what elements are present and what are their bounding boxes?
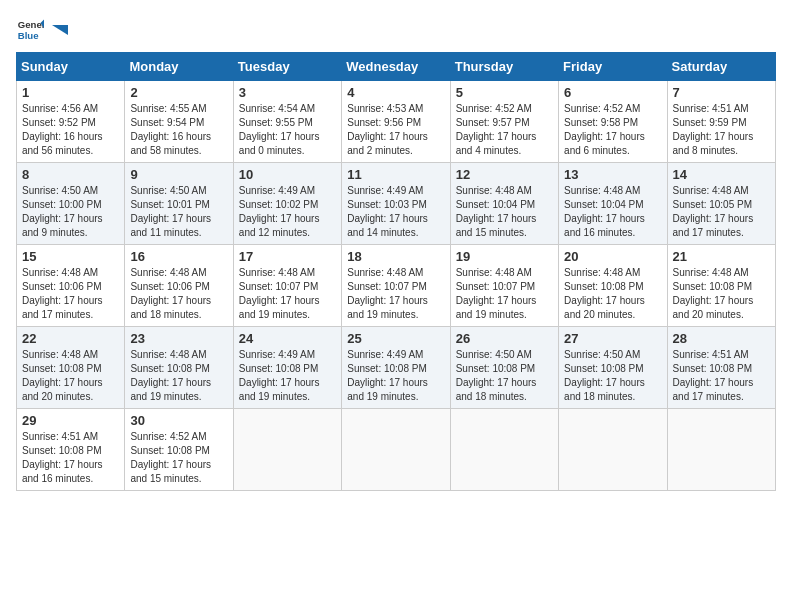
day-info: Sunrise: 4:48 AM Sunset: 10:08 PM Daylig… (673, 266, 770, 322)
calendar-cell: 2 Sunrise: 4:55 AM Sunset: 9:54 PM Dayli… (125, 81, 233, 163)
day-info: Sunrise: 4:51 AM Sunset: 10:08 PM Daylig… (22, 430, 119, 486)
header-row: SundayMondayTuesdayWednesdayThursdayFrid… (17, 53, 776, 81)
day-number: 28 (673, 331, 770, 346)
day-number: 1 (22, 85, 119, 100)
week-row-2: 8 Sunrise: 4:50 AM Sunset: 10:00 PM Dayl… (17, 163, 776, 245)
day-header-thursday: Thursday (450, 53, 558, 81)
calendar-cell (342, 409, 450, 491)
week-row-1: 1 Sunrise: 4:56 AM Sunset: 9:52 PM Dayli… (17, 81, 776, 163)
calendar-cell: 8 Sunrise: 4:50 AM Sunset: 10:00 PM Dayl… (17, 163, 125, 245)
day-info: Sunrise: 4:53 AM Sunset: 9:56 PM Dayligh… (347, 102, 444, 158)
day-info: Sunrise: 4:49 AM Sunset: 10:08 PM Daylig… (239, 348, 336, 404)
calendar-cell: 6 Sunrise: 4:52 AM Sunset: 9:58 PM Dayli… (559, 81, 667, 163)
day-number: 11 (347, 167, 444, 182)
day-info: Sunrise: 4:49 AM Sunset: 10:03 PM Daylig… (347, 184, 444, 240)
calendar-cell: 7 Sunrise: 4:51 AM Sunset: 9:59 PM Dayli… (667, 81, 775, 163)
day-number: 15 (22, 249, 119, 264)
day-info: Sunrise: 4:56 AM Sunset: 9:52 PM Dayligh… (22, 102, 119, 158)
day-number: 12 (456, 167, 553, 182)
logo-arrow-icon (50, 21, 68, 39)
calendar-cell: 28 Sunrise: 4:51 AM Sunset: 10:08 PM Day… (667, 327, 775, 409)
calendar-cell: 17 Sunrise: 4:48 AM Sunset: 10:07 PM Day… (233, 245, 341, 327)
day-header-friday: Friday (559, 53, 667, 81)
calendar-cell: 25 Sunrise: 4:49 AM Sunset: 10:08 PM Day… (342, 327, 450, 409)
day-number: 18 (347, 249, 444, 264)
day-info: Sunrise: 4:48 AM Sunset: 10:08 PM Daylig… (130, 348, 227, 404)
calendar-cell: 22 Sunrise: 4:48 AM Sunset: 10:08 PM Day… (17, 327, 125, 409)
calendar-cell: 27 Sunrise: 4:50 AM Sunset: 10:08 PM Day… (559, 327, 667, 409)
calendar-cell: 18 Sunrise: 4:48 AM Sunset: 10:07 PM Day… (342, 245, 450, 327)
logo: General Blue (16, 16, 68, 44)
calendar-cell: 24 Sunrise: 4:49 AM Sunset: 10:08 PM Day… (233, 327, 341, 409)
calendar-cell (559, 409, 667, 491)
day-info: Sunrise: 4:48 AM Sunset: 10:07 PM Daylig… (239, 266, 336, 322)
day-header-sunday: Sunday (17, 53, 125, 81)
day-info: Sunrise: 4:48 AM Sunset: 10:07 PM Daylig… (347, 266, 444, 322)
day-info: Sunrise: 4:50 AM Sunset: 10:00 PM Daylig… (22, 184, 119, 240)
day-number: 30 (130, 413, 227, 428)
day-info: Sunrise: 4:50 AM Sunset: 10:08 PM Daylig… (564, 348, 661, 404)
day-number: 23 (130, 331, 227, 346)
day-number: 27 (564, 331, 661, 346)
day-info: Sunrise: 4:52 AM Sunset: 9:57 PM Dayligh… (456, 102, 553, 158)
day-header-monday: Monday (125, 53, 233, 81)
day-header-saturday: Saturday (667, 53, 775, 81)
calendar-cell: 21 Sunrise: 4:48 AM Sunset: 10:08 PM Day… (667, 245, 775, 327)
day-info: Sunrise: 4:48 AM Sunset: 10:04 PM Daylig… (456, 184, 553, 240)
day-number: 29 (22, 413, 119, 428)
day-number: 14 (673, 167, 770, 182)
logo-icon: General Blue (16, 16, 44, 44)
day-info: Sunrise: 4:54 AM Sunset: 9:55 PM Dayligh… (239, 102, 336, 158)
day-number: 21 (673, 249, 770, 264)
calendar-cell: 13 Sunrise: 4:48 AM Sunset: 10:04 PM Day… (559, 163, 667, 245)
calendar-cell: 19 Sunrise: 4:48 AM Sunset: 10:07 PM Day… (450, 245, 558, 327)
day-header-tuesday: Tuesday (233, 53, 341, 81)
day-info: Sunrise: 4:49 AM Sunset: 10:02 PM Daylig… (239, 184, 336, 240)
day-info: Sunrise: 4:52 AM Sunset: 10:08 PM Daylig… (130, 430, 227, 486)
calendar-cell: 15 Sunrise: 4:48 AM Sunset: 10:06 PM Day… (17, 245, 125, 327)
calendar-cell (233, 409, 341, 491)
day-info: Sunrise: 4:48 AM Sunset: 10:08 PM Daylig… (22, 348, 119, 404)
calendar-cell: 11 Sunrise: 4:49 AM Sunset: 10:03 PM Day… (342, 163, 450, 245)
day-number: 17 (239, 249, 336, 264)
day-number: 9 (130, 167, 227, 182)
day-number: 3 (239, 85, 336, 100)
day-number: 16 (130, 249, 227, 264)
day-info: Sunrise: 4:50 AM Sunset: 10:08 PM Daylig… (456, 348, 553, 404)
calendar-cell: 1 Sunrise: 4:56 AM Sunset: 9:52 PM Dayli… (17, 81, 125, 163)
day-number: 8 (22, 167, 119, 182)
day-number: 7 (673, 85, 770, 100)
day-info: Sunrise: 4:48 AM Sunset: 10:07 PM Daylig… (456, 266, 553, 322)
calendar-cell: 9 Sunrise: 4:50 AM Sunset: 10:01 PM Dayl… (125, 163, 233, 245)
day-info: Sunrise: 4:48 AM Sunset: 10:05 PM Daylig… (673, 184, 770, 240)
calendar-cell: 14 Sunrise: 4:48 AM Sunset: 10:05 PM Day… (667, 163, 775, 245)
calendar-cell (667, 409, 775, 491)
day-info: Sunrise: 4:51 AM Sunset: 9:59 PM Dayligh… (673, 102, 770, 158)
day-number: 13 (564, 167, 661, 182)
day-number: 19 (456, 249, 553, 264)
svg-text:Blue: Blue (18, 30, 39, 41)
calendar-header: General Blue (16, 16, 776, 44)
calendar-cell: 26 Sunrise: 4:50 AM Sunset: 10:08 PM Day… (450, 327, 558, 409)
week-row-4: 22 Sunrise: 4:48 AM Sunset: 10:08 PM Day… (17, 327, 776, 409)
calendar-cell: 3 Sunrise: 4:54 AM Sunset: 9:55 PM Dayli… (233, 81, 341, 163)
day-info: Sunrise: 4:52 AM Sunset: 9:58 PM Dayligh… (564, 102, 661, 158)
day-info: Sunrise: 4:50 AM Sunset: 10:01 PM Daylig… (130, 184, 227, 240)
day-number: 6 (564, 85, 661, 100)
day-number: 22 (22, 331, 119, 346)
week-row-5: 29 Sunrise: 4:51 AM Sunset: 10:08 PM Day… (17, 409, 776, 491)
day-number: 2 (130, 85, 227, 100)
calendar-cell: 12 Sunrise: 4:48 AM Sunset: 10:04 PM Day… (450, 163, 558, 245)
calendar-cell: 23 Sunrise: 4:48 AM Sunset: 10:08 PM Day… (125, 327, 233, 409)
day-info: Sunrise: 4:48 AM Sunset: 10:06 PM Daylig… (130, 266, 227, 322)
calendar-cell: 29 Sunrise: 4:51 AM Sunset: 10:08 PM Day… (17, 409, 125, 491)
day-info: Sunrise: 4:55 AM Sunset: 9:54 PM Dayligh… (130, 102, 227, 158)
calendar-table: SundayMondayTuesdayWednesdayThursdayFrid… (16, 52, 776, 491)
calendar-cell: 4 Sunrise: 4:53 AM Sunset: 9:56 PM Dayli… (342, 81, 450, 163)
svg-text:General: General (18, 19, 44, 30)
day-info: Sunrise: 4:48 AM Sunset: 10:08 PM Daylig… (564, 266, 661, 322)
calendar-cell: 20 Sunrise: 4:48 AM Sunset: 10:08 PM Day… (559, 245, 667, 327)
calendar-cell: 10 Sunrise: 4:49 AM Sunset: 10:02 PM Day… (233, 163, 341, 245)
calendar-cell: 30 Sunrise: 4:52 AM Sunset: 10:08 PM Day… (125, 409, 233, 491)
day-number: 5 (456, 85, 553, 100)
